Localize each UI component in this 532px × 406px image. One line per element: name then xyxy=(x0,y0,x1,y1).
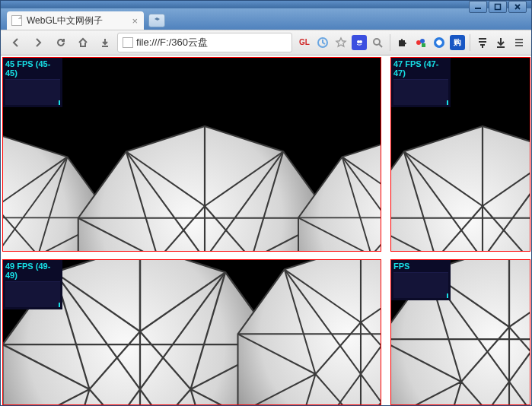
window-buttons xyxy=(469,1,527,13)
extension-icon[interactable] xyxy=(413,35,428,50)
extension-icon[interactable]: 购 xyxy=(450,35,465,50)
page-icon xyxy=(123,37,133,48)
extension-icon[interactable] xyxy=(352,35,367,50)
svg-line-8 xyxy=(379,44,382,47)
svg-point-10 xyxy=(420,39,425,43)
webgl-canvas-top-left[interactable]: 45 FPS (45-45) xyxy=(2,57,381,252)
close-button[interactable] xyxy=(508,1,527,13)
extension-icon[interactable] xyxy=(432,35,447,50)
window-titlebar[interactable] xyxy=(1,1,531,8)
toolbar: file:///F:/360云盘 GL 购 xyxy=(1,30,531,56)
reload-button[interactable] xyxy=(50,33,71,52)
new-tab-button[interactable] xyxy=(148,14,165,27)
bookmark-star-icon[interactable] xyxy=(333,35,349,50)
browser-window: WebGL中文网例子 × file:///F:/360云盘 GL 购 xyxy=(0,0,532,406)
extension-icon[interactable] xyxy=(475,35,490,50)
url-text: file:///F:/360云盘 xyxy=(136,36,208,49)
fps-overlay: 49 FPS (49-49) xyxy=(3,260,62,309)
menu-button[interactable] xyxy=(511,35,527,50)
toolbar-separator xyxy=(470,34,470,51)
fps-overlay: FPS xyxy=(391,260,451,300)
svg-point-6 xyxy=(359,40,362,43)
tab-title: WebGL中文网例子 xyxy=(27,14,103,27)
toolbar-separator xyxy=(390,34,390,51)
webgl-canvas-bottom-right[interactable]: FPS xyxy=(390,259,530,405)
fps-text: FPS xyxy=(391,260,451,271)
page-content: 45 FPS (45-45) 47 FPS (47-47) xyxy=(1,56,531,405)
fps-text: 49 FPS (49-49) xyxy=(3,260,62,280)
gl-extension-icon[interactable]: GL xyxy=(297,35,312,50)
puzzle-extension-icon[interactable] xyxy=(395,35,410,50)
extension-area: GL 购 xyxy=(297,34,527,51)
downloads-button[interactable] xyxy=(95,33,116,52)
fps-graph xyxy=(5,281,60,307)
download-arrow-icon[interactable] xyxy=(493,35,508,50)
tab-strip: WebGL中文网例子 × xyxy=(1,8,531,30)
svg-point-7 xyxy=(374,39,380,45)
home-button[interactable] xyxy=(72,33,93,52)
webgl-canvas-top-right[interactable]: 47 FPS (47-47) xyxy=(390,57,530,252)
fps-graph xyxy=(5,79,60,105)
extension-icon[interactable] xyxy=(315,35,330,50)
fps-graph xyxy=(393,272,448,298)
svg-rect-11 xyxy=(422,43,425,47)
fps-text: 45 FPS (45-45) xyxy=(3,58,62,78)
fps-graph xyxy=(393,79,448,105)
search-icon[interactable] xyxy=(370,35,385,50)
fps-overlay: 45 FPS (45-45) xyxy=(3,58,62,107)
maximize-button[interactable] xyxy=(489,1,507,13)
tab-close-button[interactable]: × xyxy=(132,16,138,26)
page-icon xyxy=(11,15,22,26)
back-button[interactable] xyxy=(5,33,26,52)
svg-rect-1 xyxy=(495,5,501,10)
address-bar[interactable]: file:///F:/360云盘 xyxy=(117,33,292,52)
fps-text: 47 FPS (47-47) xyxy=(391,58,451,78)
tab-webgl-example[interactable]: WebGL中文网例子 × xyxy=(7,11,144,30)
webgl-canvas-bottom-left[interactable]: 49 FPS (49-49) xyxy=(2,259,381,405)
fps-overlay: 47 FPS (47-47) xyxy=(391,58,451,107)
minimize-button[interactable] xyxy=(469,1,487,13)
forward-button[interactable] xyxy=(27,33,48,52)
